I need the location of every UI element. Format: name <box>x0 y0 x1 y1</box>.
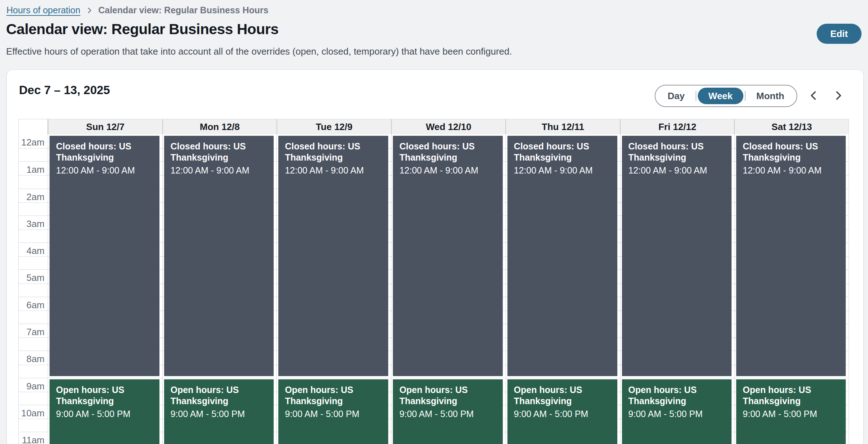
event-closed: Closed hours: US Thanksgiving12:00 AM - … <box>622 136 732 376</box>
event-open: Open hours: US Thanksgiving9:00 AM - 5:0… <box>622 379 732 444</box>
event-title: Open hours: US Thanksgiving <box>628 384 725 407</box>
event-time: 9:00 AM - 5:00 PM <box>399 408 496 419</box>
event-title: Open hours: US Thanksgiving <box>743 384 839 407</box>
time-gutter: 12am1am2am3am4am5am6am7am8am9am10am11am <box>18 134 48 444</box>
hour-label: 5am <box>19 270 48 283</box>
event-closed: Closed hours: US Thanksgiving12:00 AM - … <box>50 136 159 376</box>
day-header-2: Tue 12/9 <box>277 119 391 134</box>
calendar-controls: DayWeekMonth <box>655 85 846 107</box>
hour-label: 1am <box>19 162 48 175</box>
time-gutter-header <box>18 119 48 134</box>
event-closed: Closed hours: US Thanksgiving12:00 AM - … <box>278 136 388 376</box>
hour-row: 12am <box>19 134 48 161</box>
event-open: Open hours: US Thanksgiving9:00 AM - 5:0… <box>736 379 846 444</box>
hour-row: 10am <box>19 405 48 432</box>
hour-label: 3am <box>19 216 48 230</box>
hour-label: 7am <box>19 324 48 338</box>
event-time: 9:00 AM - 5:00 PM <box>171 408 268 419</box>
hour-row: 4am <box>19 242 48 269</box>
breadcrumb-link-hours-of-operation[interactable]: Hours of operation <box>6 5 80 15</box>
day-header-5: Fri 12/12 <box>620 119 734 134</box>
day-column-4: Closed hours: US Thanksgiving12:00 AM - … <box>506 134 620 444</box>
day-header-0: Sun 12/7 <box>48 119 162 134</box>
event-open: Open hours: US Thanksgiving9:00 AM - 5:0… <box>50 379 159 444</box>
event-time: 9:00 AM - 5:00 PM <box>514 408 611 419</box>
hour-label: 9am <box>19 378 48 392</box>
event-time: 9:00 AM - 5:00 PM <box>285 408 382 419</box>
hour-label: 6am <box>19 297 48 311</box>
event-closed: Closed hours: US Thanksgiving12:00 AM - … <box>736 136 846 376</box>
day-column-2: Closed hours: US Thanksgiving12:00 AM - … <box>277 134 391 444</box>
chevron-right-icon <box>833 90 844 102</box>
day-header-3: Wed 12/10 <box>391 119 506 134</box>
hour-row: 7am <box>19 324 48 351</box>
event-time: 9:00 AM - 5:00 PM <box>628 408 725 419</box>
hour-row: 11am <box>19 432 48 444</box>
chevron-left-icon <box>808 90 819 102</box>
event-open: Open hours: US Thanksgiving9:00 AM - 5:0… <box>164 379 274 444</box>
page-description: Effective hours of operation that take i… <box>6 46 512 57</box>
event-title: Open hours: US Thanksgiving <box>285 384 382 407</box>
hour-row: 9am <box>19 378 48 405</box>
hour-label: 11am <box>19 432 48 444</box>
event-time: 12:00 AM - 9:00 AM <box>285 165 382 176</box>
event-title: Open hours: US Thanksgiving <box>171 384 268 407</box>
view-toggle: DayWeekMonth <box>655 85 797 107</box>
day-header-6: Sat 12/13 <box>734 119 849 134</box>
breadcrumb-chevron-icon <box>85 6 93 14</box>
view-toggle-week[interactable]: Week <box>698 88 743 104</box>
hour-label: 8am <box>19 351 48 365</box>
event-title: Open hours: US Thanksgiving <box>514 384 611 407</box>
breadcrumb: Hours of operation Calendar view: Regula… <box>6 5 268 15</box>
event-time: 12:00 AM - 9:00 AM <box>399 165 496 176</box>
calendar-grid: Sun 12/7Mon 12/8Tue 12/9Wed 12/10Thu 12/… <box>18 119 849 444</box>
event-title: Closed hours: US Thanksgiving <box>743 141 839 163</box>
event-time: 9:00 AM - 5:00 PM <box>56 408 153 419</box>
breadcrumb-current: Calendar view: Regular Business Hours <box>98 5 269 15</box>
day-column-5: Closed hours: US Thanksgiving12:00 AM - … <box>620 134 735 444</box>
event-time: 12:00 AM - 9:00 AM <box>171 165 268 176</box>
event-title: Closed hours: US Thanksgiving <box>56 141 153 163</box>
event-time: 12:00 AM - 9:00 AM <box>56 165 153 176</box>
view-toggle-separator <box>696 91 696 101</box>
event-title: Closed hours: US Thanksgiving <box>171 141 268 163</box>
hour-row: 1am <box>19 161 48 188</box>
hour-row: 3am <box>19 216 48 242</box>
event-title: Closed hours: US Thanksgiving <box>514 141 611 163</box>
event-title: Closed hours: US Thanksgiving <box>628 141 725 163</box>
date-range-label: Dec 7 – 13, 2025 <box>19 83 110 97</box>
event-closed: Closed hours: US Thanksgiving12:00 AM - … <box>507 136 617 376</box>
event-open: Open hours: US Thanksgiving9:00 AM - 5:0… <box>507 379 617 444</box>
view-toggle-day[interactable]: Day <box>657 85 696 106</box>
day-header-1: Mon 12/8 <box>162 119 277 134</box>
event-time: 12:00 AM - 9:00 AM <box>628 165 725 176</box>
event-time: 12:00 AM - 9:00 AM <box>514 165 611 176</box>
day-column-3: Closed hours: US Thanksgiving12:00 AM - … <box>391 134 506 444</box>
event-closed: Closed hours: US Thanksgiving12:00 AM - … <box>164 136 274 376</box>
event-closed: Closed hours: US Thanksgiving12:00 AM - … <box>393 136 503 376</box>
view-toggle-month[interactable]: Month <box>746 85 795 106</box>
event-title: Closed hours: US Thanksgiving <box>399 141 496 163</box>
event-time: 9:00 AM - 5:00 PM <box>743 408 839 419</box>
previous-week-button[interactable] <box>806 88 822 104</box>
next-week-button[interactable] <box>830 88 846 104</box>
day-column-0: Closed hours: US Thanksgiving12:00 AM - … <box>48 134 162 444</box>
edit-button[interactable]: Edit <box>817 24 862 44</box>
calendar-card: Dec 7 – 13, 2025 DayWeekMonth Sun 12/7Mo… <box>6 69 864 444</box>
hour-row: 8am <box>19 351 48 378</box>
day-column-1: Closed hours: US Thanksgiving12:00 AM - … <box>162 134 277 444</box>
hour-row: 5am <box>19 269 48 296</box>
day-column-6: Closed hours: US Thanksgiving12:00 AM - … <box>734 134 849 444</box>
hour-row: 6am <box>19 297 48 324</box>
hour-row: 2am <box>19 189 48 216</box>
day-header-row: Sun 12/7Mon 12/8Tue 12/9Wed 12/10Thu 12/… <box>18 119 849 134</box>
event-title: Closed hours: US Thanksgiving <box>285 141 382 163</box>
event-time: 12:00 AM - 9:00 AM <box>743 165 839 176</box>
hour-label: 12am <box>19 134 48 148</box>
page-title: Calendar view: Regular Business Hours <box>6 21 278 38</box>
event-open: Open hours: US Thanksgiving9:00 AM - 5:0… <box>278 379 388 444</box>
event-title: Open hours: US Thanksgiving <box>56 384 153 407</box>
event-open: Open hours: US Thanksgiving9:00 AM - 5:0… <box>393 379 503 444</box>
event-title: Open hours: US Thanksgiving <box>399 384 496 407</box>
hour-label: 2am <box>19 189 48 203</box>
